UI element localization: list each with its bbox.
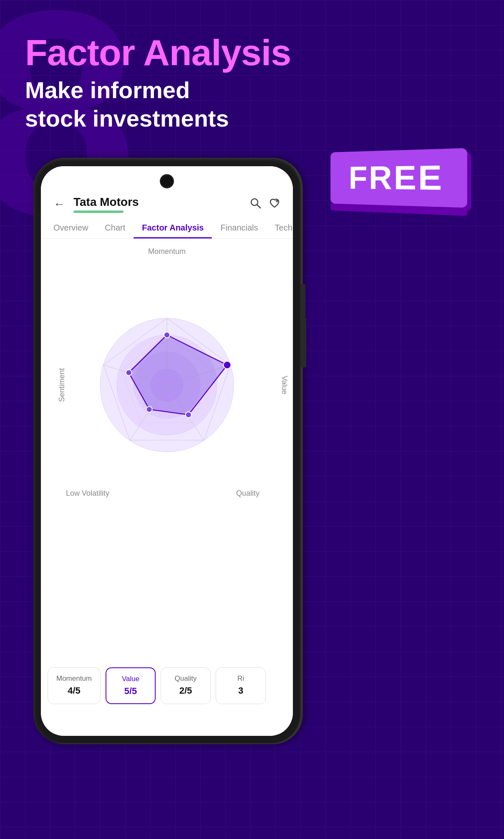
radar-label-sentiment: Sentiment	[58, 368, 66, 402]
phone-mockup: ← Tata Motors	[33, 159, 334, 819]
search-icon[interactable]	[249, 197, 261, 211]
svg-point-22	[126, 370, 132, 375]
svg-point-20	[186, 412, 192, 418]
power-button	[300, 317, 306, 368]
free-badge-wrapper: FREE	[330, 148, 467, 208]
back-button[interactable]: ←	[53, 198, 65, 211]
volume-up-button	[300, 284, 305, 317]
metric-label-momentum: Momentum	[56, 674, 92, 683]
radar-label-value: Value	[280, 376, 289, 395]
tab-bar: Overview Chart Factor Analysis Financial…	[41, 217, 293, 239]
app-content: ← Tata Motors	[41, 166, 293, 736]
phone-shell: ← Tata Motors	[33, 159, 300, 743]
free-badge: FREE	[330, 148, 467, 208]
tab-financials[interactable]: Financials	[212, 217, 266, 238]
svg-line-1	[257, 205, 260, 208]
app-topbar: ← Tata Motors	[41, 166, 293, 217]
tab-tech[interactable]: Tech	[267, 217, 293, 238]
metric-value-ri: 3	[224, 685, 257, 696]
stock-underline	[73, 210, 123, 213]
tab-chart[interactable]: Chart	[96, 217, 134, 238]
metric-value-value: 5/5	[115, 686, 146, 697]
metric-value-quality: 2/5	[169, 685, 202, 696]
header-section: Factor Analysis Make informed stock inve…	[25, 33, 291, 132]
header-title: Factor Analysis	[25, 33, 291, 72]
radar-svg	[79, 297, 255, 473]
svg-point-19	[224, 361, 231, 369]
metric-card-value[interactable]: Value 5/5	[106, 667, 156, 704]
metric-label-ri: Ri	[224, 674, 257, 683]
stock-name-area: Tata Motors	[73, 195, 249, 213]
metric-label-value: Value	[115, 675, 146, 683]
camera-hole	[161, 175, 173, 187]
radar-label-low-volatility: Low Volatility	[66, 489, 109, 498]
topbar-icons	[249, 197, 280, 211]
radar-label-momentum: Momentum	[148, 247, 186, 256]
metric-card-ri[interactable]: Ri 3	[216, 667, 266, 704]
metric-value-momentum: 4/5	[56, 685, 92, 696]
phone-screen: ← Tata Motors	[41, 166, 293, 736]
svg-point-18	[164, 332, 170, 338]
svg-point-21	[146, 406, 152, 412]
metrics-row: Momentum 4/5 Value 5/5 Quality 2/5 Ri 3	[41, 661, 293, 711]
header-subtitle: Make informed stock investments	[25, 76, 291, 132]
heart-add-icon[interactable]	[269, 197, 280, 211]
tab-overview[interactable]: Overview	[45, 217, 96, 238]
radar-label-quality: Quality	[236, 489, 260, 498]
stock-name: Tata Motors	[73, 195, 139, 209]
metric-card-quality[interactable]: Quality 2/5	[161, 667, 211, 704]
radar-chart-area: Momentum Value Quality Low Volatility Se…	[41, 239, 293, 531]
metric-label-quality: Quality	[169, 674, 202, 683]
tab-factor-analysis[interactable]: Factor Analysis	[134, 217, 212, 238]
metric-card-momentum[interactable]: Momentum 4/5	[48, 667, 101, 704]
